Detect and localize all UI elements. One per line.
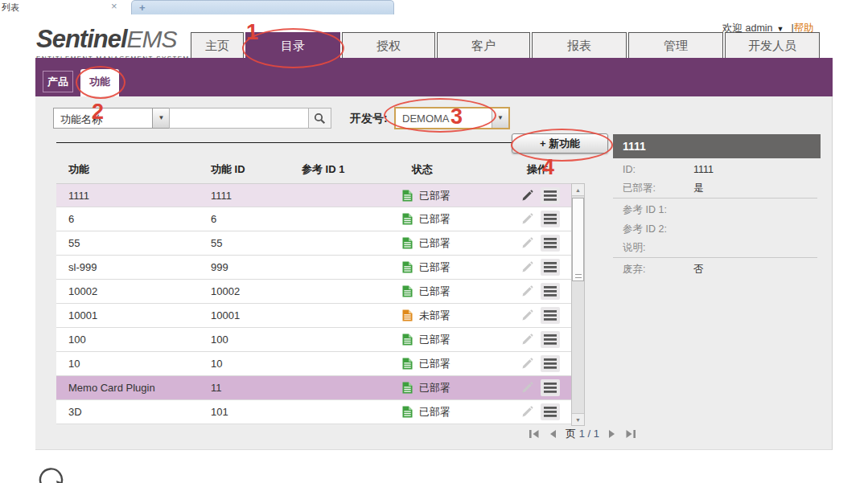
cell-status: 已部署: [419, 376, 450, 399]
edit-pencil-icon[interactable]: [521, 261, 533, 273]
content-area: 功能名称 ▼ 开发号: DEMOMA ▼ + 新功能 功能功能 ID参考 ID …: [35, 96, 833, 450]
table-row[interactable]: 1000110001未部署: [56, 304, 571, 328]
nav-tab-home[interactable]: 主页: [191, 32, 244, 59]
subnav-tab-products[interactable]: 产品: [43, 71, 73, 92]
cell-status: 已部署: [419, 184, 450, 207]
cell-status: 已部署: [419, 400, 450, 424]
scroll-up-icon[interactable]: ▲: [572, 184, 584, 196]
edit-pencil-icon[interactable]: [521, 334, 533, 346]
table-row[interactable]: Memo Card Plugin11已部署: [56, 376, 571, 400]
divider: [56, 142, 549, 143]
new-tab-button[interactable]: +: [131, 0, 394, 14]
edit-pencil-icon[interactable]: [521, 285, 533, 297]
nav-tab-administration[interactable]: 管理: [628, 32, 723, 59]
cell-status: 已部署: [419, 231, 450, 255]
status-deployed-icon: [402, 190, 413, 202]
page: 列表 × + SentinelEMS ENTITLEMENT MANAGEMEN…: [0, 0, 868, 483]
cell-feature-name: 100: [68, 328, 86, 351]
annotation-circle-3: [384, 98, 496, 133]
cell-feature-id: 1111: [211, 184, 232, 207]
cell-status: 已部署: [419, 280, 450, 303]
detail-field-label: 参考 ID 1:: [623, 203, 667, 217]
row-menu-icon[interactable]: [541, 331, 560, 348]
field-selector-dropdown[interactable]: 功能名称 ▼: [53, 108, 171, 129]
cell-status: 已部署: [419, 328, 450, 351]
annotation-circle-4: [511, 129, 613, 162]
edit-pencil-icon[interactable]: [521, 406, 533, 418]
annotation-number-2: 2: [92, 100, 104, 125]
chevron-down-icon[interactable]: ▼: [152, 108, 170, 128]
cell-feature-id: 10: [211, 352, 222, 375]
nav-tab-reports[interactable]: 报表: [532, 32, 627, 59]
status-deployed-icon: [402, 358, 413, 370]
annotation-number-4: 4: [542, 155, 554, 180]
table-row[interactable]: sl-999999已部署: [56, 256, 571, 280]
pagination: 页 1 / 1: [486, 426, 679, 442]
detail-field-label: 已部署:: [623, 182, 656, 195]
cell-feature-id: 10001: [211, 304, 240, 327]
logo-main-text: Sentinel: [36, 25, 127, 53]
table-row[interactable]: 3D101已部署: [56, 400, 571, 424]
table-row[interactable]: 1000210002已部署: [56, 280, 571, 304]
next-page-icon[interactable]: [608, 429, 616, 439]
prev-page-icon[interactable]: [549, 429, 557, 439]
row-menu-icon[interactable]: [541, 259, 560, 276]
cell-feature-name: Memo Card Plugin: [68, 376, 155, 399]
row-menu-icon[interactable]: [541, 235, 560, 252]
close-icon[interactable]: ×: [111, 0, 117, 12]
status-deployed-icon: [402, 237, 413, 249]
row-menu-icon[interactable]: [541, 187, 560, 204]
table-scrollbar[interactable]: ▲ ▼: [571, 183, 585, 426]
row-menu-icon[interactable]: [541, 211, 560, 227]
edit-pencil-icon[interactable]: [521, 382, 533, 394]
edit-pencil-icon[interactable]: [521, 309, 533, 321]
edit-pencil-icon[interactable]: [521, 358, 533, 370]
page-indicator: 页 1 / 1: [566, 427, 599, 441]
status-deployed-icon: [402, 285, 413, 297]
edit-pencil-icon[interactable]: [521, 190, 533, 202]
refresh-icon[interactable]: [37, 466, 68, 483]
dev-number-label: 开发号:: [350, 112, 388, 126]
table-row[interactable]: 1010已部署: [56, 352, 571, 376]
feature-table: 11111111已部署66已部署5555已部署sl-999999已部署10002…: [56, 183, 571, 424]
cell-feature-id: 6: [211, 207, 216, 231]
cell-feature-id: 101: [211, 400, 228, 424]
detail-field-value: 1111: [693, 164, 714, 175]
table-row[interactable]: 100100已部署: [56, 328, 571, 352]
nav-tab-developers[interactable]: 开发人员: [725, 32, 820, 59]
cell-feature-name: 10002: [68, 280, 97, 303]
divider: [613, 198, 817, 199]
row-menu-icon[interactable]: [541, 355, 560, 372]
plus-icon: +: [139, 2, 146, 14]
edit-pencil-icon[interactable]: [521, 237, 533, 249]
edit-pencil-icon[interactable]: [521, 213, 533, 225]
browser-tab[interactable]: 列表: [2, 2, 19, 14]
row-menu-icon[interactable]: [541, 403, 560, 420]
cell-feature-id: 10002: [211, 280, 240, 303]
nav-tab-customers[interactable]: 客户: [437, 32, 530, 59]
first-page-icon[interactable]: [529, 429, 540, 439]
row-menu-icon[interactable]: [541, 307, 560, 324]
table-row[interactable]: 11111111已部署: [56, 183, 571, 207]
detail-panel-title: 1111: [613, 134, 821, 158]
cell-feature-id: 11: [211, 376, 222, 399]
logo-accent-text: EMS: [127, 26, 177, 52]
detail-field-value: 是: [693, 182, 704, 195]
scroll-down-icon[interactable]: ▼: [572, 413, 584, 425]
row-menu-icon[interactable]: [541, 283, 560, 300]
annotation-circle-2: [76, 66, 125, 99]
table-row[interactable]: 66已部署: [56, 207, 571, 231]
cell-status: 已部署: [419, 256, 450, 279]
search-button[interactable]: [308, 108, 331, 129]
status-deployed-icon: [402, 213, 413, 225]
last-page-icon[interactable]: [625, 429, 636, 439]
nav-tab-entitlements[interactable]: 授权: [342, 32, 435, 59]
table-row[interactable]: 5555已部署: [56, 231, 571, 256]
detail-field-label: ID:: [623, 164, 636, 175]
scrollbar-thumb[interactable]: [572, 198, 584, 281]
browser-tab-bar: 列表 × +: [0, 0, 868, 14]
search-input[interactable]: [169, 108, 309, 129]
column-header: 状态: [412, 162, 433, 177]
row-menu-icon[interactable]: [541, 379, 560, 396]
cell-feature-name: 6: [68, 207, 74, 231]
